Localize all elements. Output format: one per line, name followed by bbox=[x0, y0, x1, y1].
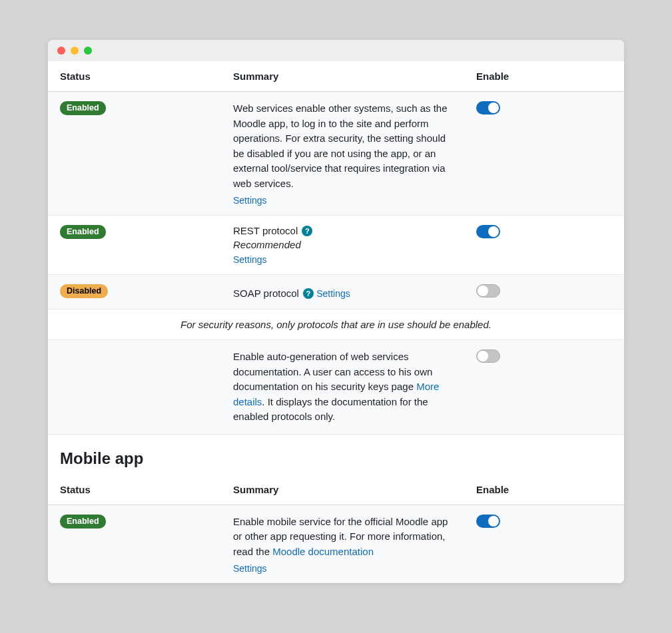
summary-text: Enable mobile service for the official M… bbox=[233, 515, 452, 560]
col-header-enable: Enable bbox=[464, 475, 624, 505]
summary-note: Recommended bbox=[233, 239, 452, 250]
enable-toggle[interactable] bbox=[476, 515, 500, 528]
settings-link[interactable]: Settings bbox=[316, 288, 350, 299]
table-row: Enabled Web services enable other system… bbox=[48, 92, 624, 216]
help-icon[interactable]: ? bbox=[302, 226, 312, 236]
app-window: Status Summary Enable Enabled Web servic… bbox=[48, 40, 624, 583]
web-services-table: Status Summary Enable Enabled Web servic… bbox=[48, 61, 624, 435]
settings-link[interactable]: Settings bbox=[233, 563, 267, 574]
status-badge: Disabled bbox=[60, 284, 108, 298]
content-area: Status Summary Enable Enabled Web servic… bbox=[48, 61, 624, 583]
enable-toggle[interactable] bbox=[476, 225, 500, 238]
enable-toggle[interactable] bbox=[476, 284, 500, 298]
summary-text: Enable auto-generation of web services d… bbox=[233, 349, 452, 425]
table-row: Disabled SOAP protocol ? Settings bbox=[48, 275, 624, 310]
col-header-summary: Summary bbox=[221, 475, 464, 505]
section-heading-mobile: Mobile app bbox=[48, 435, 624, 475]
summary-title-row: REST protocol ? bbox=[233, 225, 312, 236]
security-note-row: For security reasons, only protocols tha… bbox=[48, 310, 624, 340]
minimize-icon[interactable] bbox=[71, 47, 79, 55]
table-row: Enable auto-generation of web services d… bbox=[48, 340, 624, 435]
status-badge: Enabled bbox=[60, 515, 106, 528]
table-row: Enabled Enable mobile service for the of… bbox=[48, 505, 624, 583]
summary-title: REST protocol bbox=[233, 225, 298, 236]
settings-link[interactable]: Settings bbox=[233, 254, 267, 265]
help-icon[interactable]: ? bbox=[303, 288, 314, 299]
col-header-status: Status bbox=[48, 475, 221, 505]
status-badge: Enabled bbox=[60, 101, 106, 115]
col-header-status: Status bbox=[48, 61, 221, 92]
security-note: For security reasons, only protocols tha… bbox=[48, 310, 624, 340]
titlebar bbox=[48, 40, 624, 61]
enable-toggle[interactable] bbox=[476, 349, 500, 363]
summary-text: Web services enable other systems, such … bbox=[233, 101, 452, 191]
summary-title-row: SOAP protocol ? bbox=[233, 288, 314, 299]
summary-title: SOAP protocol bbox=[233, 288, 299, 299]
col-header-summary: Summary bbox=[221, 61, 464, 92]
table-row: Enabled REST protocol ? Recommended Sett… bbox=[48, 216, 624, 275]
status-badge: Enabled bbox=[60, 225, 106, 239]
col-header-enable: Enable bbox=[464, 61, 624, 92]
close-icon[interactable] bbox=[57, 47, 65, 55]
settings-link[interactable]: Settings bbox=[233, 195, 267, 206]
enable-toggle[interactable] bbox=[476, 101, 500, 114]
maximize-icon[interactable] bbox=[84, 47, 92, 55]
moodle-docs-link[interactable]: Moodle documentation bbox=[272, 546, 374, 557]
mobile-app-table: Status Summary Enable Enabled Enable mob… bbox=[48, 475, 624, 584]
